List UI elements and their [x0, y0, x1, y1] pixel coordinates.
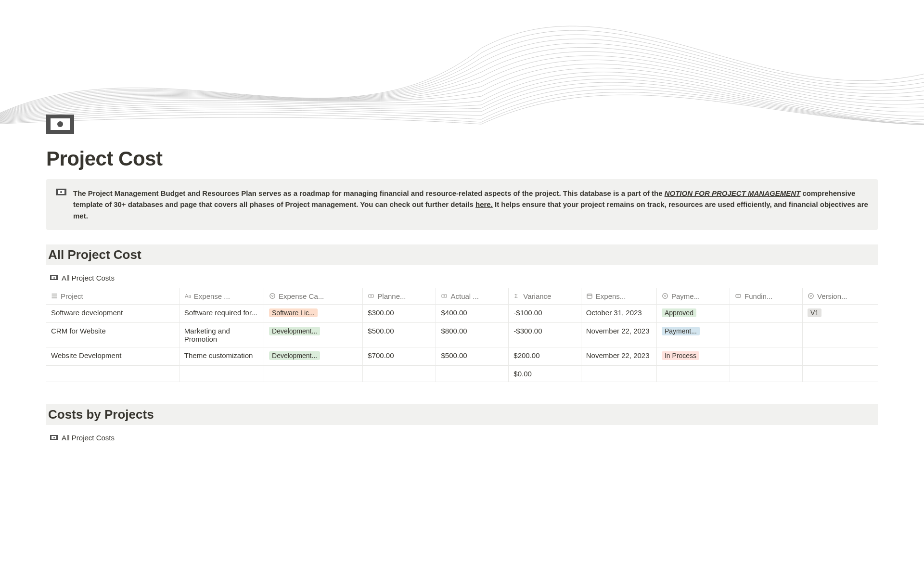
svg-text:Σ: Σ: [514, 293, 518, 299]
svg-point-4: [270, 294, 275, 298]
money-icon: [50, 275, 58, 280]
calendar-icon: [586, 293, 593, 299]
text-icon: Aa: [184, 293, 191, 299]
table-footer-row: $0.00: [46, 365, 878, 382]
select-icon: [662, 293, 668, 299]
table-project-costs: Project Aa Expense ... Expense Ca... Pla…: [46, 288, 878, 382]
callout-t1: The Project Management Budget and Resour…: [73, 189, 665, 197]
table-row[interactable]: Software developmentSoftware required fo…: [46, 304, 878, 322]
callout-text: The Project Management Budget and Resour…: [73, 188, 868, 221]
cell-planned: $500.00: [363, 322, 436, 347]
cell-date: October 31, 2023: [586, 308, 652, 317]
view-tab-all-project-costs-2[interactable]: All Project Costs: [46, 431, 118, 445]
cover-image: [0, 0, 924, 125]
cell-actual: $800.00: [436, 322, 509, 347]
cell-payment-tag: Payment...: [662, 327, 700, 335]
cell-date: November 22, 2023: [586, 351, 652, 359]
section-all-project-cost: All Project Cost: [46, 244, 878, 265]
cell-project: CRM for Website: [51, 327, 106, 335]
cell-variance: $200.00: [509, 347, 581, 365]
cell-actual: $500.00: [436, 347, 509, 365]
cell-funding: [730, 304, 803, 322]
cell-desc: Marketing and Promotion: [184, 327, 259, 343]
cell-category-tag: Development...: [269, 351, 320, 360]
svg-point-15: [808, 294, 813, 298]
col-expense-category[interactable]: Expense Ca...: [264, 288, 363, 304]
col-actual[interactable]: Actual ...: [436, 288, 509, 304]
page-icon-money[interactable]: [46, 115, 74, 134]
view-tab-label: All Project Costs: [62, 274, 115, 282]
col-variance[interactable]: Σ Variance: [509, 288, 581, 304]
cell-funding: [730, 347, 803, 365]
col-planned[interactable]: Planne...: [363, 288, 436, 304]
relation-icon: [735, 293, 742, 299]
cell-date: November 22, 2023: [586, 327, 652, 335]
col-payment[interactable]: Payme...: [656, 288, 730, 304]
table-row[interactable]: Website DevelopmentTheme customizationDe…: [46, 347, 878, 365]
page-title: Project Cost: [46, 147, 878, 170]
cell-desc: Software required for...: [184, 308, 259, 317]
cell-variance: -$100.00: [509, 304, 581, 322]
cell-variance: -$300.00: [509, 322, 581, 347]
money-icon: [56, 189, 66, 221]
money-icon: [50, 435, 58, 440]
cell-category-tag: Software Lic...: [269, 308, 318, 317]
col-expense-desc[interactable]: Aa Expense ...: [179, 288, 264, 304]
callout-link-notion-pm[interactable]: NOTION FOR PROJECT MANAGEMENT: [665, 189, 801, 197]
formula-icon: Σ: [513, 293, 520, 299]
section-costs-by-projects: Costs by Projects: [46, 404, 878, 425]
cell-planned: $700.00: [363, 347, 436, 365]
cell-project: Website Development: [51, 351, 121, 359]
view-tab-all-project-costs[interactable]: All Project Costs: [46, 271, 118, 285]
table-header-row: Project Aa Expense ... Expense Ca... Pla…: [46, 288, 878, 304]
cell-project: Software development: [51, 308, 123, 317]
footer-variance-total: $0.00: [509, 365, 581, 382]
cell-payment-tag: In Process: [662, 351, 699, 360]
col-funding[interactable]: Fundin...: [730, 288, 803, 304]
cell-version-tag: V1: [808, 308, 821, 317]
cell-planned: $300.00: [363, 304, 436, 322]
select-icon: [808, 293, 814, 299]
table-row[interactable]: CRM for WebsiteMarketing and PromotionDe…: [46, 322, 878, 347]
cell-actual: $400.00: [436, 304, 509, 322]
cell-desc: Theme customization: [184, 351, 259, 359]
select-icon: [269, 293, 276, 299]
callout-block: The Project Management Budget and Resour…: [46, 179, 878, 230]
cell-funding: [730, 322, 803, 347]
cell-version: [802, 322, 878, 347]
callout-link-here[interactable]: here.: [475, 200, 493, 208]
col-expense-date[interactable]: Expens...: [581, 288, 656, 304]
svg-rect-10: [587, 294, 592, 298]
cell-payment-tag: Approved: [662, 308, 696, 317]
col-project[interactable]: Project: [46, 288, 179, 304]
cell-version: V1: [802, 304, 878, 322]
cell-category-tag: Development...: [269, 327, 320, 335]
col-version[interactable]: Version...: [802, 288, 878, 304]
list-icon: [51, 293, 58, 299]
svg-point-6: [371, 295, 372, 297]
view-tab-label: All Project Costs: [62, 434, 115, 442]
svg-text:Aa: Aa: [185, 293, 191, 299]
svg-point-12: [663, 294, 667, 298]
number-icon: [441, 293, 448, 299]
cell-version: [802, 347, 878, 365]
number-icon: [368, 293, 374, 299]
svg-point-8: [444, 295, 445, 297]
